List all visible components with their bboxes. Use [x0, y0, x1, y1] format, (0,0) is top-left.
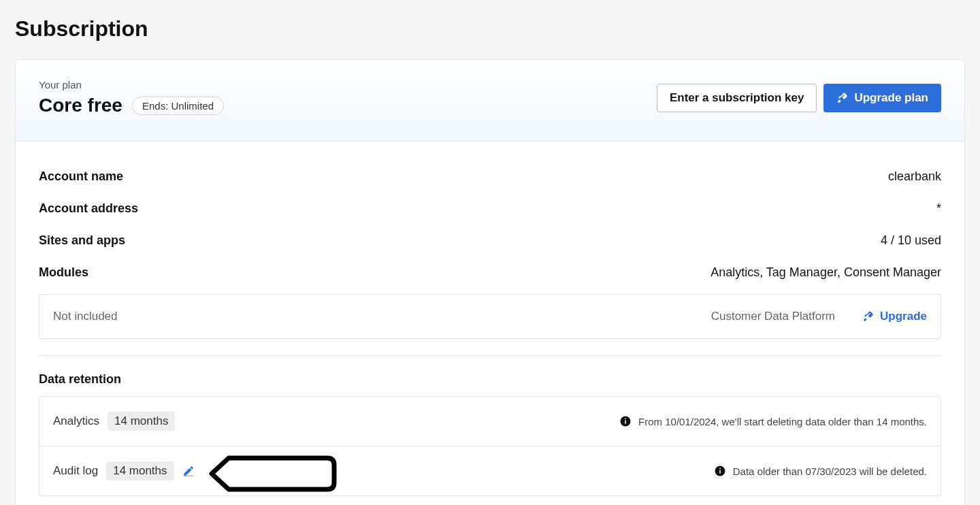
retention-value: 14 months — [106, 461, 174, 480]
plan-ends-badge: Ends: Unlimited — [132, 97, 224, 115]
link-label: Upgrade — [880, 310, 927, 323]
value: 4 / 10 used — [881, 233, 941, 248]
info-icon — [714, 465, 726, 477]
rocket-icon — [836, 92, 849, 104]
retention-name: Audit log — [53, 464, 98, 478]
row-sites-apps: Sites and apps 4 / 10 used — [39, 225, 941, 257]
label: Sites and apps — [39, 233, 125, 248]
upgrade-link[interactable]: Upgrade — [862, 310, 927, 323]
retention-name: Analytics — [53, 414, 99, 428]
svg-rect-3 — [184, 476, 193, 476]
row-account-name: Account name clearbank — [39, 161, 941, 193]
value: Analytics, Tag Manager, Consent Manager — [710, 265, 941, 280]
button-label: Enter a subscription key — [670, 91, 804, 105]
subscription-card: Your plan Core free Ends: Unlimited Ente… — [15, 59, 965, 505]
upgrade-plan-button[interactable]: Upgrade plan — [823, 84, 941, 112]
value: * — [936, 201, 941, 216]
svg-rect-5 — [719, 470, 721, 474]
retention-note: From 10/01/2024, we'll start deleting da… — [638, 416, 927, 427]
rocket-icon — [862, 310, 875, 323]
plan-header: Your plan Core free Ends: Unlimited Ente… — [16, 60, 964, 142]
retention-note: Data older than 07/30/2023 will be delet… — [733, 466, 927, 477]
enter-subscription-key-button[interactable]: Enter a subscription key — [657, 84, 817, 112]
svg-rect-2 — [625, 419, 626, 420]
divider — [39, 355, 941, 356]
page-title: Subscription — [0, 0, 980, 59]
label: Account address — [39, 201, 138, 216]
edit-icon[interactable] — [182, 465, 195, 477]
plan-name: Core free — [39, 95, 122, 116]
retention-row-audit-log: Audit log 14 months Data older than 07/3… — [39, 446, 941, 495]
retention-value: 14 months — [108, 412, 175, 431]
svg-rect-6 — [719, 468, 721, 470]
not-included-label: Not included — [53, 310, 118, 323]
button-label: Upgrade plan — [854, 91, 928, 105]
svg-rect-1 — [625, 421, 626, 424]
retention-box: Analytics 14 months From 10/01/2024, we'… — [39, 396, 941, 496]
data-retention-heading: Data retention — [39, 372, 941, 387]
plan-details: Account name clearbank Account address *… — [16, 142, 964, 505]
row-account-address: Account address * — [39, 193, 941, 225]
value: clearbank — [888, 169, 941, 184]
not-included-box: Not included Customer Data Platform Upgr… — [39, 294, 941, 339]
retention-row-analytics: Analytics 14 months From 10/01/2024, we'… — [39, 397, 941, 446]
info-icon — [619, 415, 632, 427]
label: Modules — [39, 265, 88, 280]
row-modules: Modules Analytics, Tag Manager, Consent … — [39, 257, 941, 289]
not-included-module: Customer Data Platform — [711, 310, 835, 323]
plan-eyebrow: Your plan — [39, 79, 224, 91]
plan-summary: Your plan Core free Ends: Unlimited — [39, 79, 224, 116]
label: Account name — [39, 169, 123, 184]
